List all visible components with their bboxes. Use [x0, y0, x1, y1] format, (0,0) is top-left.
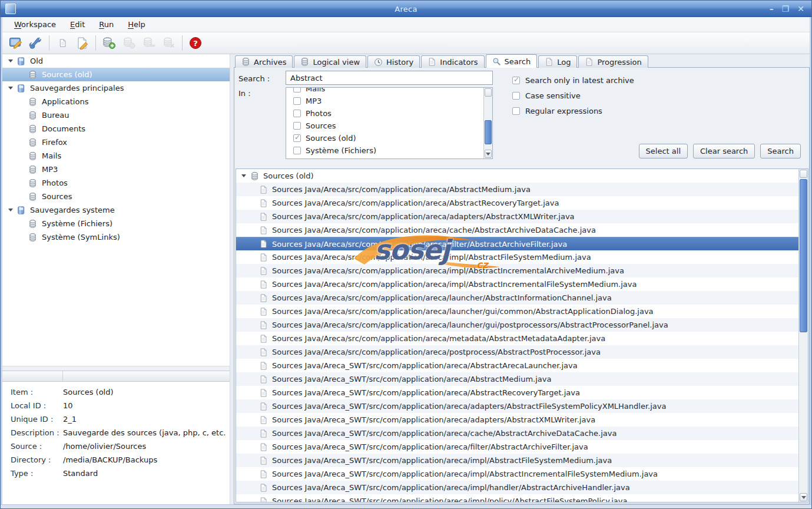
result-row[interactable]: Sources Java/Areca_SWT/src/com/applicati…	[236, 399, 798, 413]
sidebar-item-photos[interactable]: Photos	[2, 176, 230, 190]
group-icon	[16, 84, 25, 93]
scroll-up-button[interactable]	[485, 88, 492, 97]
detail-value: Standard	[63, 469, 98, 478]
result-row[interactable]: Sources Java/Areca/src/com/application/a…	[236, 183, 798, 196]
result-row[interactable]: Sources Java/Areca_SWT/src/com/applicati…	[236, 467, 798, 481]
in-option-sources-old-: Sources (old)	[286, 132, 483, 144]
checkbox[interactable]	[293, 87, 301, 92]
sidebar-item-documents[interactable]: Documents	[2, 122, 230, 135]
results-root-row[interactable]: Sources (old)	[236, 169, 798, 183]
results-scroll-thumb[interactable]	[800, 179, 807, 332]
search-input[interactable]	[286, 71, 493, 85]
scroll-down-button[interactable]	[800, 493, 807, 501]
checkbox[interactable]	[293, 97, 301, 105]
target-icon	[28, 97, 37, 107]
maximize-button[interactable]: ❐	[782, 5, 790, 13]
tab-search[interactable]: Search	[486, 54, 538, 68]
result-row[interactable]: Sources Java/Areca_SWT/src/com/applicati…	[236, 481, 798, 494]
checkbox[interactable]	[293, 147, 301, 154]
menu-help[interactable]: Help	[122, 18, 151, 31]
result-row[interactable]: Sources Java/Areca_SWT/src/com/applicati…	[236, 386, 798, 399]
search-form: Search : In : MailsMP3PhotosSourcesSourc…	[234, 68, 809, 168]
result-row[interactable]: Sources Java/Areca_SWT/src/com/applicati…	[236, 440, 798, 454]
minimize-button[interactable]: –	[770, 5, 774, 13]
result-row[interactable]: Sources Java/Areca/src/com/application/a…	[236, 223, 798, 237]
backup-button[interactable]	[100, 35, 118, 51]
result-row[interactable]: Sources Java/Areca/src/com/application/a…	[236, 277, 798, 291]
search-button[interactable]: Search	[760, 144, 801, 158]
result-row[interactable]: Sources Java/Areca/src/com/application/a…	[236, 345, 798, 359]
results-scrollbar[interactable]	[798, 169, 808, 502]
sidebar-item-sauvegardes-systeme[interactable]: Sauvegardes systeme	[2, 203, 230, 217]
sidebar-item-bureau[interactable]: Bureau	[2, 108, 230, 122]
checkbox[interactable]	[512, 92, 520, 100]
sidebar-item-mp3[interactable]: MP3	[2, 163, 230, 176]
window-frame-right	[810, 17, 811, 508]
tab-history[interactable]: History	[367, 55, 420, 68]
preferences-button[interactable]	[27, 35, 45, 51]
sidebar-item-applications[interactable]: Applications	[2, 95, 230, 108]
in-list-scroll-thumb[interactable]	[485, 120, 492, 144]
sidebar-item-sources-old-[interactable]: Sources (old)	[2, 68, 230, 81]
result-row[interactable]: Sources Java/Areca_SWT/src/com/applicati…	[236, 454, 798, 467]
splitter-handle[interactable]	[2, 366, 230, 371]
title-bar: Areca – ❐ ✕	[1, 1, 811, 17]
tab-log[interactable]: Log	[538, 55, 577, 68]
result-row[interactable]: Sources Java/Areca_SWT/src/com/applicati…	[236, 494, 798, 502]
result-row[interactable]: Sources Java/Areca/src/com/application/a…	[236, 237, 798, 250]
result-row[interactable]: Sources Java/Areca/src/com/application/a…	[236, 318, 798, 332]
option-case-sensitive: Case sensitive	[512, 88, 634, 103]
checkbox[interactable]	[512, 107, 520, 115]
scroll-down-button[interactable]	[485, 150, 492, 158]
result-row[interactable]: Sources Java/Areca/src/com/application/a…	[236, 305, 798, 318]
tab-logical-view[interactable]: Logical view	[294, 55, 366, 68]
sidebar-item-old[interactable]: Old	[2, 54, 230, 68]
result-row[interactable]: Sources Java/Areca/src/com/application/a…	[236, 196, 798, 210]
sidebar-item-syst-me-fichiers-[interactable]: Système (Fichiers)	[2, 217, 230, 230]
result-path: Sources Java/Areca/src/com/application/a…	[272, 226, 596, 234]
checkbox[interactable]	[293, 110, 301, 117]
close-button[interactable]: ✕	[797, 5, 804, 13]
sidebar-item-syst-me-symlinks-[interactable]: Système (SymLinks)	[2, 230, 230, 244]
in-option-photos: Photos	[286, 107, 483, 120]
result-row[interactable]: Sources Java/Areca_SWT/src/com/applicati…	[236, 427, 798, 440]
select-all-button[interactable]: Select all	[639, 144, 688, 158]
open-workspace-button[interactable]	[7, 35, 25, 51]
checkbox[interactable]	[293, 134, 301, 142]
result-row[interactable]: Sources Java/Areca/src/com/application/a…	[236, 332, 798, 345]
file-icon	[259, 226, 268, 235]
result-row[interactable]: Sources Java/Areca/src/com/application/a…	[236, 264, 798, 277]
tab-indicators[interactable]: Indicators	[421, 55, 484, 68]
detail-label: Directory :	[2, 455, 63, 464]
checkbox[interactable]	[293, 122, 301, 130]
scroll-up-button[interactable]	[800, 170, 807, 178]
new-target-button[interactable]	[54, 35, 71, 51]
sidebar-item-mails[interactable]: Mails	[2, 149, 230, 163]
result-row[interactable]: Sources Java/Areca/src/com/application/a…	[236, 291, 798, 305]
page-icon	[58, 38, 67, 48]
edit-target-button[interactable]	[74, 35, 91, 51]
menu-edit[interactable]: Edit	[64, 18, 91, 31]
tools-icon	[29, 37, 43, 49]
clear-search-button[interactable]: Clear search	[693, 144, 755, 158]
menu-workspace[interactable]: Workspace	[8, 18, 62, 31]
sidebar-item-firefox[interactable]: Firefox	[2, 135, 230, 149]
result-row[interactable]: Sources Java/Areca_SWT/src/com/applicati…	[236, 359, 798, 372]
menu-run[interactable]: Run	[93, 18, 120, 31]
result-row[interactable]: Sources Java/Areca/src/com/application/a…	[236, 210, 798, 223]
result-row[interactable]: Sources Java/Areca_SWT/src/com/applicati…	[236, 413, 798, 427]
file-icon	[259, 334, 268, 343]
option-regular-expressions: Regular expressions	[512, 103, 634, 118]
help-button[interactable]: ?	[187, 35, 204, 51]
result-row[interactable]: Sources Java/Areca/src/com/application/a…	[236, 250, 798, 264]
sidebar-item-sources[interactable]: Sources	[2, 190, 230, 203]
detail-value: Sauvegarde des sources (java, php, c, et…	[63, 428, 226, 437]
target-icon	[28, 165, 37, 174]
tab-archives[interactable]: Archives	[235, 55, 293, 68]
target-icon	[28, 179, 37, 188]
result-row[interactable]: Sources Java/Areca_SWT/src/com/applicati…	[236, 372, 798, 386]
checkbox[interactable]	[512, 77, 520, 84]
in-list-scrollbar[interactable]	[483, 88, 492, 158]
tab-progression[interactable]: Progression	[578, 55, 648, 68]
sidebar-item-sauvegardes-principales[interactable]: Sauvegardes principales	[2, 81, 230, 95]
